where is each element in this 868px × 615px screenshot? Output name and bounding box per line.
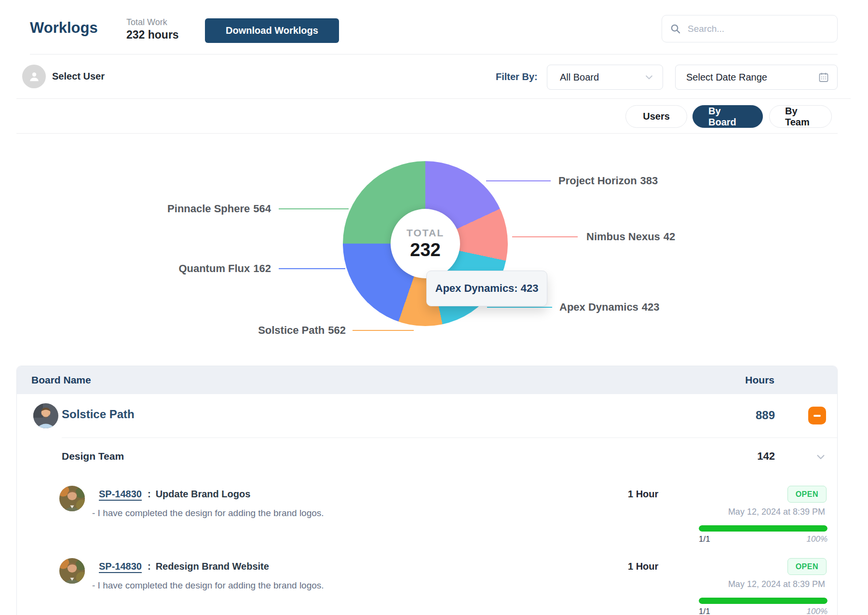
chart-label-project-horizon: Project Horizon383 <box>558 175 658 187</box>
task-title-line: SP-14830:Update Brand Logos <box>99 489 250 500</box>
board-hours: 889 <box>756 409 775 422</box>
header-divider <box>30 54 838 55</box>
tab-users[interactable]: Users <box>625 105 687 128</box>
status-badge: OPEN <box>787 558 827 575</box>
chart-tooltip: Apex Dynamics: 423 <box>426 271 547 306</box>
total-work-value: 232 hours <box>126 28 179 41</box>
progress-labels: 1/1 100% <box>699 607 827 615</box>
task-row: SP-14830:Update Brand Logos 1 Hour OPEN … <box>17 483 837 555</box>
board-filter-value: All Board <box>560 72 599 83</box>
progress-bar-fill <box>699 598 827 604</box>
table-header: Board Name Hours <box>17 366 837 394</box>
leader-line-project-horizon <box>486 180 551 181</box>
team-name: Design Team <box>62 451 124 462</box>
task-avatar <box>59 486 85 513</box>
task-row: SP-14830:Redesign Brand Website 1 Hour O… <box>17 555 837 615</box>
search-box[interactable] <box>662 15 838 42</box>
date-range-input[interactable]: Select Date Range <box>675 65 838 90</box>
task-duration: 1 Hour <box>628 489 658 500</box>
minus-icon <box>814 415 821 417</box>
chevron-down-icon[interactable] <box>815 451 826 464</box>
task-title-line: SP-14830:Redesign Brand Website <box>99 561 269 572</box>
task-timestamp: May 12, 2024 at 8:39 PM <box>728 507 825 517</box>
calendar-icon <box>818 71 829 83</box>
leader-line-quantum-flux <box>279 268 345 269</box>
chart-label-nimbus-nexus: Nimbus Nexus42 <box>586 231 675 243</box>
team-row-design-team[interactable]: Design Team 142 <box>17 438 837 476</box>
donut-center: TOTAL 232 <box>391 209 460 278</box>
leader-line-pinnacle-sphere <box>279 208 349 209</box>
filter-row-divider <box>16 98 851 99</box>
donut-center-value: 232 <box>410 240 440 260</box>
select-user-label[interactable]: Select User <box>52 71 105 82</box>
donut-center-label: TOTAL <box>407 227 444 239</box>
team-hours: 142 <box>757 450 775 463</box>
search-icon <box>670 23 681 34</box>
worklog-table: Board Name Hours Solstice Path <box>16 366 838 615</box>
chart-label-pinnacle-sphere: Pinnacle Sphere564 <box>167 203 271 215</box>
board-filter-select[interactable]: All Board <box>547 65 663 90</box>
progress-bar <box>699 598 827 604</box>
task-id-link[interactable]: SP-14830 <box>99 489 142 499</box>
task-description: - I have completed the design for adding… <box>92 508 324 519</box>
progress-percent: 100% <box>807 607 827 615</box>
task-id-link[interactable]: SP-14830 <box>99 561 142 572</box>
download-worklogs-button[interactable]: Download Worklogs <box>205 18 339 43</box>
select-user-avatar[interactable] <box>22 65 46 88</box>
chevron-down-icon <box>644 72 654 82</box>
board-row-solstice-path[interactable]: Solstice Path 889 <box>17 394 837 437</box>
total-work-summary: Total Work 232 hours <box>126 17 179 41</box>
task-description: - I have completed the design for adding… <box>92 580 324 591</box>
progress-bar <box>699 525 827 532</box>
chart-label-apex-dynamics: Apex Dynamics423 <box>559 301 660 314</box>
tab-by-team[interactable]: By Team <box>769 105 832 128</box>
status-badge: OPEN <box>787 486 827 503</box>
task-name: Update Brand Logos <box>156 489 251 499</box>
filter-by-label: Filter By: <box>496 71 538 82</box>
task-avatar <box>59 558 85 586</box>
leader-line-nimbus-nexus <box>512 236 578 237</box>
progress-fraction: 1/1 <box>699 607 710 615</box>
board-avatar <box>33 403 58 430</box>
task-name: Redesign Brand Website <box>156 561 269 572</box>
page-title: Worklogs <box>30 19 98 37</box>
board-name[interactable]: Solstice Path <box>62 408 135 421</box>
progress-labels: 1/1 100% <box>699 534 827 544</box>
task-duration: 1 Hour <box>628 561 658 572</box>
chart-label-quantum-flux: Quantum Flux162 <box>178 262 271 275</box>
date-range-placeholder: Select Date Range <box>686 72 767 83</box>
progress-percent: 100% <box>807 534 827 544</box>
total-work-label: Total Work <box>126 17 179 27</box>
progress-bar-fill <box>699 525 827 532</box>
collapse-board-button[interactable] <box>808 407 826 424</box>
worklogs-page: Worklogs Total Work 232 hours Download W… <box>0 0 868 615</box>
task-timestamp: May 12, 2024 at 8:39 PM <box>728 579 825 589</box>
leader-line-apex-dynamics <box>487 307 552 308</box>
column-board-name: Board Name <box>31 374 91 386</box>
person-icon <box>27 70 41 83</box>
leader-line-solstice-path <box>353 330 414 331</box>
search-input[interactable] <box>688 24 829 34</box>
column-hours: Hours <box>745 374 774 386</box>
chart-label-solstice-path: Solstice Path562 <box>258 324 346 337</box>
tab-by-board[interactable]: By Board <box>692 105 763 128</box>
tabs-divider <box>16 133 838 134</box>
progress-fraction: 1/1 <box>699 534 710 544</box>
